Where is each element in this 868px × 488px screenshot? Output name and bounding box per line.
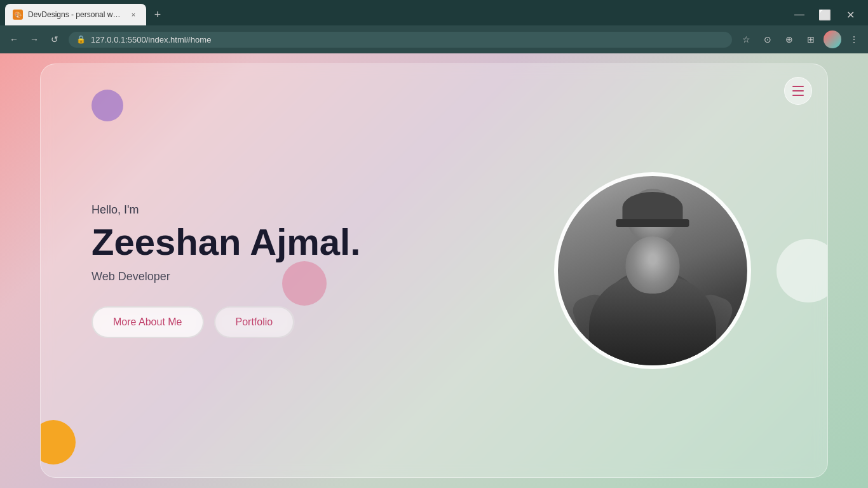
address-bar[interactable]: 🔒 127.0.0.1:5500/index.html#home [69, 32, 732, 48]
profile-circle [554, 172, 751, 369]
tab-favicon: 🎨 [13, 10, 23, 20]
website-content: Hello, I'm Zeeshan Ajmal. Web Developer … [0, 53, 868, 488]
new-tab-button[interactable]: + [149, 6, 166, 24]
browser-chrome: 🎨 DevDesigns - personal web deve × + — ⬜… [0, 0, 868, 53]
reload-button[interactable]: ↺ [46, 30, 64, 48]
hamburger-line [792, 95, 804, 96]
tab-close-button[interactable]: × [128, 10, 139, 20]
browser-toolbar: ← → ↺ 🔒 127.0.0.1:5500/index.html#home ☆… [0, 25, 868, 53]
ssl-lock-icon: 🔒 [76, 35, 86, 44]
minimize-button[interactable]: — [787, 6, 812, 24]
bookmark-button[interactable]: ☆ [737, 30, 755, 48]
person-hat-brim [616, 219, 689, 227]
blob-yellow [40, 420, 76, 464]
extension2-button[interactable]: ⊕ [780, 30, 798, 48]
person-head [626, 236, 680, 294]
blob-purple [92, 90, 123, 121]
url-text: 127.0.0.1:5500/index.html#home [91, 35, 211, 44]
hamburger-line [792, 86, 804, 87]
active-tab[interactable]: 🎨 DevDesigns - personal web deve × [5, 4, 146, 25]
tab-bar: 🎨 DevDesigns - personal web deve × + — ⬜… [0, 0, 868, 25]
extension3-button[interactable]: ⊞ [802, 30, 820, 48]
back-button[interactable]: ← [5, 30, 23, 48]
more-about-me-button[interactable]: More About Me [92, 306, 204, 338]
close-button[interactable]: ✕ [837, 6, 863, 24]
profile-button[interactable] [824, 30, 841, 48]
hamburger-line [792, 90, 804, 92]
hamburger-menu-button[interactable] [784, 77, 812, 105]
tab-title: DevDesigns - personal web deve [28, 10, 123, 19]
profile-photo [558, 176, 747, 365]
browser-menu-button[interactable]: ⋮ [845, 30, 863, 48]
forward-button[interactable]: → [25, 30, 43, 48]
maximize-button[interactable]: ⬜ [812, 6, 837, 24]
profile-image-section [554, 172, 751, 369]
extension1-button[interactable]: ⊙ [759, 30, 776, 48]
portfolio-button[interactable]: Portfolio [214, 306, 295, 338]
hero-card: Hello, I'm Zeeshan Ajmal. Web Developer … [40, 64, 828, 478]
nav-buttons: ← → ↺ [5, 30, 64, 48]
browser-actions: ☆ ⊙ ⊕ ⊞ ⋮ [737, 30, 863, 48]
